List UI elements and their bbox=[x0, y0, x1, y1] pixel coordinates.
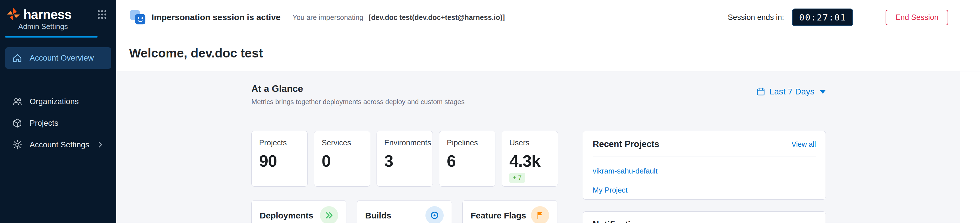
recent-project-link[interactable]: My Project bbox=[593, 186, 816, 194]
sidebar-item-organizations[interactable]: Organizations bbox=[5, 91, 111, 112]
sidebar: harness Admin Settings Account Overview bbox=[0, 0, 116, 223]
sidebar-accent-bar bbox=[5, 36, 97, 38]
sidebar-item-projects[interactable]: Projects bbox=[5, 112, 111, 134]
end-session-button[interactable]: End Session bbox=[886, 10, 948, 25]
welcome-band: Welcome, dev.doc test bbox=[116, 35, 980, 72]
stat-card-environments[interactable]: Environments 3 bbox=[377, 131, 433, 186]
sidebar-item-account-settings[interactable]: Account Settings bbox=[5, 134, 111, 156]
stat-label: Services bbox=[321, 139, 370, 147]
main-area: Impersonation session is active You are … bbox=[116, 0, 980, 223]
deployments-icon bbox=[320, 206, 338, 223]
stat-value: 0 bbox=[321, 151, 370, 170]
divider bbox=[593, 156, 816, 156]
stats-row: Projects 90 Services 0 Environments 3 bbox=[251, 131, 558, 186]
projects-icon bbox=[12, 118, 23, 129]
module-label: Feature Flags bbox=[471, 211, 526, 220]
apps-grid-icon[interactable] bbox=[95, 8, 109, 21]
sidebar-item-label: Account Overview bbox=[30, 54, 94, 62]
sidebar-nav: Account Overview Organizations bbox=[0, 47, 116, 156]
builds-icon bbox=[425, 206, 444, 223]
stat-label: Projects bbox=[259, 139, 307, 147]
harness-logo[interactable]: harness bbox=[0, 0, 116, 22]
session-controls: Session ends in: 00:27:01 End Session bbox=[728, 8, 948, 26]
module-card-feature-flags[interactable]: Feature Flags bbox=[462, 200, 557, 223]
stat-value: 3 bbox=[384, 151, 433, 170]
recent-projects-panel: Recent Projects View all vikram-sahu-def… bbox=[583, 131, 826, 200]
stat-label: Environments bbox=[384, 139, 433, 147]
glance-subtitle: Metrics brings together deployments acro… bbox=[251, 98, 465, 106]
stat-card-projects[interactable]: Projects 90 bbox=[251, 131, 308, 186]
glance-title: At a Glance bbox=[251, 83, 465, 94]
caret-down-icon bbox=[819, 90, 826, 94]
stat-card-services[interactable]: Services 0 bbox=[314, 131, 370, 186]
module-label: Deployments bbox=[259, 211, 313, 220]
content-area: At a Glance Metrics brings together depl… bbox=[116, 72, 960, 223]
calendar-icon bbox=[756, 87, 765, 96]
modules-row: Deployments Builds bbox=[251, 200, 558, 223]
glance-header: At a Glance Metrics brings together depl… bbox=[251, 83, 826, 106]
recent-project-link[interactable]: vikram-sahu-default bbox=[593, 167, 816, 175]
sidebar-item-account-overview[interactable]: Account Overview bbox=[5, 47, 111, 69]
sidebar-subtitle: Admin Settings bbox=[18, 22, 116, 31]
stat-value: 6 bbox=[447, 151, 495, 170]
impersonation-masks-icon bbox=[129, 8, 146, 26]
stat-value: 4.3k bbox=[509, 151, 558, 170]
impersonation-detail: You are impersonating [dev.doc test(dev.… bbox=[293, 13, 505, 22]
chevron-right-icon bbox=[96, 140, 104, 149]
home-icon bbox=[12, 53, 23, 64]
feature-flags-icon bbox=[531, 206, 549, 223]
stat-label: Users bbox=[509, 139, 558, 147]
gear-icon bbox=[12, 139, 23, 150]
stat-card-users[interactable]: Users 4.3k + 7 bbox=[502, 131, 558, 186]
users-delta-badge: + 7 bbox=[509, 173, 525, 183]
organizations-icon bbox=[12, 96, 23, 107]
module-label: Builds bbox=[365, 211, 391, 220]
stat-label: Pipelines bbox=[447, 139, 495, 147]
view-all-link[interactable]: View all bbox=[791, 140, 816, 148]
recent-projects-title: Recent Projects bbox=[593, 139, 659, 149]
sidebar-item-label: Projects bbox=[30, 119, 58, 128]
harness-logo-icon bbox=[6, 7, 21, 22]
module-card-builds[interactable]: Builds bbox=[357, 200, 452, 223]
session-ends-label: Session ends in: bbox=[728, 13, 784, 22]
notifications-panel: Notifications bbox=[583, 211, 826, 223]
time-range-label: Last 7 Days bbox=[770, 87, 815, 96]
session-countdown-timer: 00:27:01 bbox=[792, 8, 853, 26]
impersonation-banner: Impersonation session is active You are … bbox=[116, 0, 980, 35]
impersonation-target: [dev.doc test(dev.doc+test@harness.io)] bbox=[369, 13, 505, 21]
sidebar-divider bbox=[7, 80, 109, 80]
impersonation-title: Impersonation session is active bbox=[151, 13, 281, 22]
sidebar-item-label: Account Settings bbox=[30, 140, 89, 149]
stat-card-pipelines[interactable]: Pipelines 6 bbox=[439, 131, 495, 186]
notifications-title: Notifications bbox=[593, 220, 646, 223]
time-range-selector[interactable]: Last 7 Days bbox=[756, 87, 826, 96]
page-title: Welcome, dev.doc test bbox=[129, 46, 263, 60]
stat-value: 90 bbox=[259, 151, 307, 170]
app-root: harness Admin Settings Account Overview bbox=[0, 0, 980, 223]
module-card-deployments[interactable]: Deployments bbox=[251, 200, 346, 223]
sidebar-item-label: Organizations bbox=[30, 97, 79, 106]
logo-text: harness bbox=[23, 7, 72, 22]
impersonation-detail-prefix: You are impersonating bbox=[293, 13, 363, 21]
